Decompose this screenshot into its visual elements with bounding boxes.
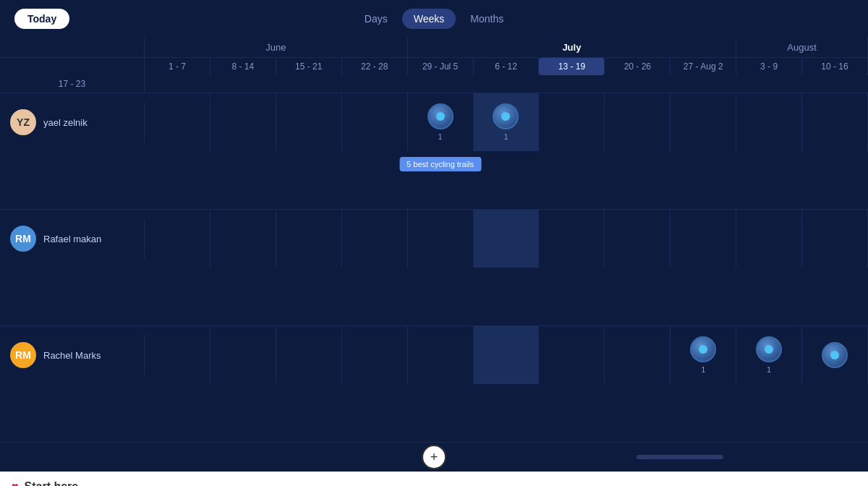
cal-col-rachel-12 <box>0 384 145 442</box>
cal-col-rafael-1 <box>145 210 210 268</box>
tooltip-cycling-trails: 5 best cycling trails <box>399 157 481 171</box>
cal-col-rafael-5 <box>408 210 474 268</box>
person-row-yael: YZ yael zelnik 1 5 best cycling trails 1 <box>0 93 868 210</box>
start-here-section: ♥ Start here Name Owner Progress ⓘ Platf… <box>0 472 868 486</box>
week-2: 8 - 14 <box>210 58 276 75</box>
dot-count-rachel-10: 1 <box>767 365 771 374</box>
avatar-rafael: RM <box>10 226 36 252</box>
cal-col-yael-6: 1 <box>474 93 540 151</box>
view-weeks-button[interactable]: Weeks <box>402 9 456 29</box>
month-june: June <box>145 38 408 57</box>
cal-col-yael-3 <box>276 93 342 151</box>
week-5: 29 - Jul 5 <box>408 58 474 75</box>
cal-col-rachel-10: 1 <box>736 326 802 384</box>
calendar-header: June July August 1 - 7 8 - 14 15 - 21 22… <box>0 38 868 93</box>
cal-col-rachel-1 <box>145 326 210 384</box>
cal-col-yael-9 <box>671 93 736 151</box>
cal-col-rachel-7 <box>539 326 605 384</box>
today-button[interactable]: Today <box>14 9 69 29</box>
add-row-button[interactable]: + <box>422 445 446 469</box>
month-august: August <box>736 38 868 57</box>
top-nav: Today Days Weeks Months <box>0 0 868 38</box>
week-4: 22 - 28 <box>342 58 408 75</box>
cal-col-rafael-2 <box>210 210 276 268</box>
dot-yael-6[interactable] <box>493 103 519 129</box>
dot-container-rachel-11 <box>822 342 848 368</box>
cal-col-rachel-4 <box>342 326 408 384</box>
dot-count-yael-5: 1 <box>438 132 443 141</box>
cal-col-yael-5: 1 5 best cycling trails <box>408 93 474 151</box>
cal-col-rafael-8 <box>605 210 671 268</box>
cal-col-rafael-11 <box>802 210 868 268</box>
dot-inner-rachel-11 <box>830 351 839 359</box>
person-name-yael: yael zelnik <box>43 117 88 128</box>
cal-col-yael-1 <box>145 93 210 151</box>
cal-col-rachel-3 <box>276 326 342 384</box>
dot-container-yael-6: 1 <box>493 103 519 141</box>
person-name-rachel: Rachel Marks <box>43 350 101 361</box>
cal-col-rachel-11 <box>802 326 868 384</box>
dot-rachel-10[interactable] <box>756 336 782 362</box>
cal-col-yael-8 <box>605 93 671 151</box>
week-8: 20 - 26 <box>605 58 671 75</box>
week-1: 1 - 7 <box>145 58 210 75</box>
cal-col-yael-7 <box>539 93 605 151</box>
cal-col-rachel-9: 1 <box>671 326 736 384</box>
cal-col-rachel-8 <box>605 326 671 384</box>
cal-col-rafael-12 <box>0 268 145 325</box>
cal-col-rachel-5 <box>408 326 474 384</box>
week-11: 10 - 16 <box>802 58 868 75</box>
cal-col-yael-12 <box>0 151 145 209</box>
cal-col-rafael-10 <box>736 210 802 268</box>
calendar-body: YZ yael zelnik 1 5 best cycling trails 1 <box>0 93 868 443</box>
dot-count-yael-6: 1 <box>503 132 508 141</box>
dot-inner-yael-5 <box>436 112 445 121</box>
week-7-highlighted: 13 - 19 <box>539 58 605 75</box>
dot-inner-rachel-10 <box>765 345 773 354</box>
dot-rachel-11[interactable] <box>822 342 848 368</box>
dot-inner-rachel-9 <box>699 345 707 354</box>
heart-icon: ♥ <box>12 480 19 486</box>
view-months-button[interactable]: Months <box>459 9 515 29</box>
month-row: June July August <box>0 38 868 58</box>
week-12: 17 - 23 <box>0 75 145 93</box>
dot-container-rachel-10: 1 <box>756 336 782 374</box>
person-row-rafael: RM Rafael makan <box>0 210 868 326</box>
cal-col-yael-4 <box>342 93 408 151</box>
dot-inner-yael-6 <box>501 112 510 121</box>
person-cell-rafael: RM Rafael makan <box>0 218 145 259</box>
start-here-header: ♥ Start here <box>0 472 868 486</box>
week-6: 6 - 12 <box>474 58 540 75</box>
person-cell-yael: YZ yael zelnik <box>0 102 145 142</box>
avatar-rachel: RM <box>10 342 36 368</box>
cal-col-yael-11 <box>802 93 868 151</box>
view-switcher: Days Weeks Months <box>353 9 515 29</box>
person-cell-rachel: RM Rachel Marks <box>0 335 145 375</box>
person-name-rafael: Rafael makan <box>43 234 101 244</box>
dot-rachel-9[interactable] <box>690 336 716 362</box>
week-10: 3 - 9 <box>736 58 802 75</box>
cal-col-yael-2 <box>210 93 276 151</box>
dot-container-yael-5: 1 5 best cycling trails <box>427 103 454 141</box>
week-3: 15 - 21 <box>276 58 342 75</box>
cal-col-yael-10 <box>736 93 802 151</box>
cal-col-rachel-6 <box>474 326 540 384</box>
cal-col-rafael-6 <box>474 210 540 268</box>
cal-col-rafael-9 <box>671 210 736 268</box>
cal-col-rafael-7 <box>539 210 605 268</box>
scroll-area: + <box>0 443 868 472</box>
month-july: July <box>408 38 737 57</box>
cal-col-rafael-3 <box>276 210 342 268</box>
week-9: 27 - Aug 2 <box>671 58 736 75</box>
start-here-title: Start here <box>25 480 79 486</box>
person-row-rachel: RM Rachel Marks 1 1 <box>0 326 868 443</box>
view-days-button[interactable]: Days <box>353 9 399 29</box>
avatar-yael: YZ <box>10 109 36 135</box>
dot-container-rachel-9: 1 <box>690 336 716 374</box>
dot-yael-5[interactable] <box>427 103 454 129</box>
cal-col-rafael-4 <box>342 210 408 268</box>
scrollbar-track[interactable] <box>637 455 723 459</box>
cal-col-rachel-2 <box>210 326 276 384</box>
dot-count-rachel-9: 1 <box>701 365 705 374</box>
week-row: 1 - 7 8 - 14 15 - 21 22 - 28 29 - Jul 5 … <box>0 58 868 93</box>
